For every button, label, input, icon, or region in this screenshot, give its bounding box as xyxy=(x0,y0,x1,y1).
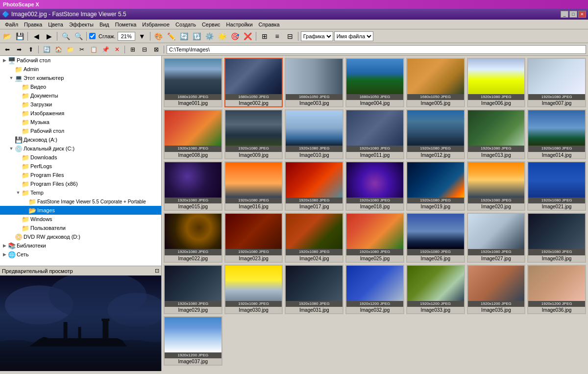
thumbnail-item[interactable]: 1920x1080 JPEG Image012.jpg xyxy=(406,109,465,159)
nav-paste[interactable]: 📌 xyxy=(100,45,111,54)
nav-refresh[interactable]: 🔄 xyxy=(41,45,52,54)
nav-forward[interactable]: ➡ xyxy=(14,45,24,54)
tb-action4[interactable]: 🔃 xyxy=(191,31,203,42)
tb-action8[interactable]: ❌ xyxy=(242,31,254,42)
nav-up[interactable]: ⬆ xyxy=(25,45,36,54)
tb-zoom-in[interactable]: 🔍 xyxy=(73,31,84,42)
thumbnail-item[interactable]: 1920x1080 JPEG Image031.jpg xyxy=(285,265,343,314)
menu-edit[interactable]: Правка xyxy=(21,21,45,28)
tb-action2[interactable]: ✏️ xyxy=(166,31,177,42)
nav-grid1[interactable]: ⊞ xyxy=(127,45,138,54)
tree-toggle[interactable]: ▶ xyxy=(1,243,8,248)
thumbnail-item[interactable]: 1920x1080 JPEG Image006.jpg xyxy=(467,58,526,107)
thumbnail-item[interactable]: 1920x1080 JPEG Image007.jpg xyxy=(527,58,586,107)
path-bar[interactable]: C:\Temp\Images\ xyxy=(167,45,586,54)
tree-item-programfiles[interactable]: 📁 Program Files xyxy=(0,171,161,179)
tree-item-images-selected[interactable]: 📂 Images xyxy=(0,206,161,215)
thumbnail-item[interactable]: 1920x1080 JPEG Image010.jpg xyxy=(285,109,343,159)
thumbnail-item[interactable]: 1680x1050 JPEG Image002.jpg xyxy=(224,58,283,107)
folder-tree[interactable]: ▶ 🖥️ Рабочий стол 📁 Admin ▼ 💻 Этот компь… xyxy=(0,56,161,266)
tree-toggle[interactable]: ▼ xyxy=(8,146,15,151)
tree-toggle[interactable]: ▶ xyxy=(1,252,8,257)
thumbnail-item[interactable]: 1680x1050 JPEG Image005.jpg xyxy=(406,58,465,107)
tree-item-network[interactable]: ▶ 🌐 Сеть xyxy=(0,250,161,259)
tb-zoom-apply[interactable]: ▼ xyxy=(136,31,148,42)
thumbnail-item[interactable]: 1680x1050 JPEG Image003.jpg xyxy=(285,58,343,107)
menu-file[interactable]: Файл xyxy=(2,21,21,28)
tree-item-admin[interactable]: 📁 Admin xyxy=(0,65,161,74)
thumbnail-item[interactable]: 1920x1200 JPEG Image032.jpg xyxy=(345,265,404,314)
tree-item-temp[interactable]: ▼ 📁 Temp xyxy=(0,188,161,197)
tree-item-video[interactable]: 📁 Видео xyxy=(0,82,161,91)
menu-effects[interactable]: Эффекты xyxy=(66,21,97,28)
tb-zoom-out[interactable]: 🔍 xyxy=(60,31,72,42)
thumbnail-item[interactable]: 1920x1080 JPEG Image022.jpg xyxy=(164,213,222,262)
tree-toggle[interactable]: ▼ xyxy=(8,75,15,80)
tree-item-drivec[interactable]: ▼ 💿 Локальный диск (C:) xyxy=(0,144,161,153)
tree-item-music[interactable]: 📁 Музыка xyxy=(0,118,161,126)
tree-item-libraries[interactable]: ▶ 📚 Библиотеки xyxy=(0,241,161,250)
menu-help[interactable]: Справка xyxy=(256,21,283,28)
tb-next-btn[interactable]: ▶ xyxy=(43,31,55,42)
nav-newfolder[interactable]: 📁 xyxy=(65,45,75,54)
menu-favorites[interactable]: Избранное xyxy=(139,21,172,28)
filter-dropdown[interactable]: Графика xyxy=(301,31,333,41)
nav-grid2[interactable]: ⊟ xyxy=(139,45,150,54)
thumbnail-item[interactable]: 1920x1080 JPEG Image019.jpg xyxy=(406,161,465,211)
sort-dropdown[interactable]: Имя файла xyxy=(334,31,373,41)
thumbnail-item[interactable]: 1920x1080 JPEG Image013.jpg xyxy=(467,109,526,159)
menu-view[interactable]: Вид xyxy=(97,21,112,28)
thumbnail-item[interactable]: 1920x1080 JPEG Image016.jpg xyxy=(224,161,283,211)
preview-expand-icon[interactable]: ⊡ xyxy=(155,268,159,274)
thumbnail-item[interactable]: 1920x1200 JPEG Image037.jpg xyxy=(164,316,222,366)
tb-open-btn[interactable]: 📂 xyxy=(1,31,13,42)
thumbnail-item[interactable]: 1920x1080 JPEG Image011.jpg xyxy=(345,109,404,159)
thumbnail-item[interactable]: 1920x1080 JPEG Image024.jpg xyxy=(285,213,343,262)
nav-cut[interactable]: ✂ xyxy=(76,45,87,54)
tb-save-btn[interactable]: 💾 xyxy=(14,31,25,42)
tb-prev-btn[interactable]: ◀ xyxy=(30,31,42,42)
thumbnail-item[interactable]: 1920x1080 JPEG Image009.jpg xyxy=(224,109,283,159)
thumbnail-item[interactable]: 1920x1080 JPEG Image015.jpg xyxy=(164,161,222,211)
tb-action1[interactable]: 🎨 xyxy=(153,31,165,42)
zoom-input[interactable] xyxy=(118,32,135,41)
tree-item-programfilesx86[interactable]: 📁 Program Files (x86) xyxy=(0,179,161,188)
thumbnail-item[interactable]: 1680x1050 JPEG Image001.jpg xyxy=(164,58,222,107)
thumbnail-item[interactable]: 1920x1080 JPEG Image029.jpg xyxy=(164,265,222,314)
tb-action3[interactable]: 🔄 xyxy=(178,31,190,42)
tree-item-faststone[interactable]: 📁 FastStone Image Viewer 5.5 Corporate +… xyxy=(0,197,161,206)
tree-item-desktop2[interactable]: 📁 Рабочий стол xyxy=(0,126,161,135)
thumbnail-item[interactable]: 1920x1080 JPEG Image017.jpg xyxy=(285,161,343,211)
thumbnail-item[interactable]: 1920x1200 JPEG Image035.jpg xyxy=(467,265,526,314)
menu-mark[interactable]: Пометка xyxy=(112,21,140,28)
thumbnail-panel[interactable]: 1680x1050 JPEG Image001.jpg 1680x1050 JP… xyxy=(162,56,588,371)
maximize-button[interactable]: □ xyxy=(569,11,577,18)
tree-item-images[interactable]: 📁 Изображения xyxy=(0,109,161,118)
thumbnail-item[interactable]: 1920x1080 JPEG Image023.jpg xyxy=(224,213,283,262)
tree-item-windows[interactable]: 📁 Windows xyxy=(0,215,161,224)
menu-settings[interactable]: Настройки xyxy=(223,21,256,28)
tb-action7[interactable]: 🎯 xyxy=(229,31,241,42)
thumbnail-item[interactable]: 1920x1080 JPEG Image027.jpg xyxy=(467,213,526,262)
menu-create[interactable]: Создать xyxy=(172,21,199,28)
tb-action6[interactable]: 🌟 xyxy=(217,31,228,42)
tree-item-perflogs[interactable]: 📁 PerfLogs xyxy=(0,162,161,171)
tree-item-drived[interactable]: 📀 DVD RW дисковод (D:) xyxy=(0,232,161,241)
tree-item-docs[interactable]: 📁 Документы xyxy=(0,91,161,100)
tree-item-thispc[interactable]: ▼ 💻 Этот компьютер xyxy=(0,74,161,82)
thumbnail-item[interactable]: 1920x1080 JPEG Image014.jpg xyxy=(527,109,586,159)
thumbnail-item[interactable]: 1920x1200 JPEG Image033.jpg xyxy=(406,265,465,314)
nav-home[interactable]: 🏠 xyxy=(53,45,64,54)
tree-item-downloads2[interactable]: 📁 Downloads xyxy=(0,153,161,162)
minimize-button[interactable]: _ xyxy=(561,11,568,18)
tb-action5[interactable]: ⚙️ xyxy=(204,31,216,42)
tb-view3[interactable]: ⊟ xyxy=(284,31,296,42)
tb-view2[interactable]: ≡ xyxy=(271,31,283,42)
tree-item-desktop[interactable]: ▶ 🖥️ Рабочий стол xyxy=(0,56,161,65)
smoothing-checkbox[interactable] xyxy=(89,33,96,39)
window-controls[interactable]: _ □ ✕ xyxy=(561,11,586,18)
thumbnail-item[interactable]: 1680x1050 JPEG Image004.jpg xyxy=(345,58,404,107)
thumbnail-item[interactable]: 1920x1080 JPEG Image021.jpg xyxy=(527,161,586,211)
tree-item-drivea[interactable]: 💾 Дисковод (A:) xyxy=(0,135,161,144)
close-button[interactable]: ✕ xyxy=(578,11,586,18)
